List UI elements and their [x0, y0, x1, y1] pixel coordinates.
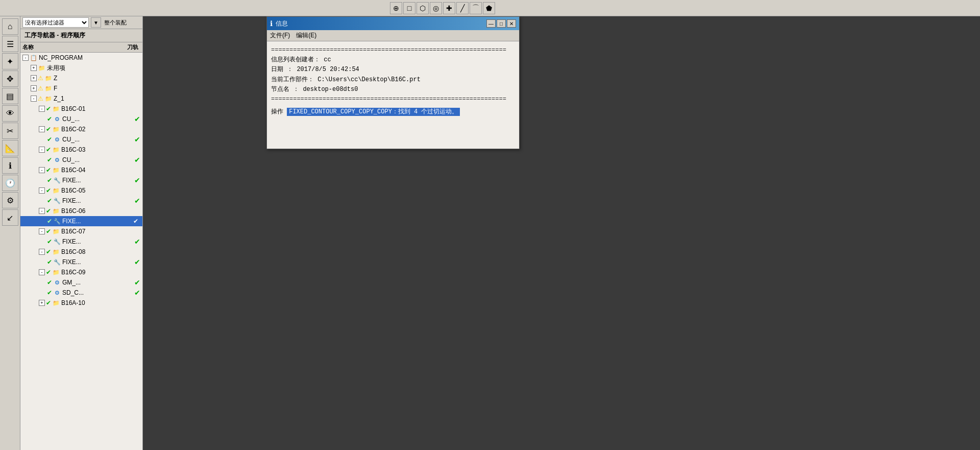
b06-expand[interactable]: -: [39, 208, 45, 214]
z1-label: Z_1: [54, 95, 140, 102]
folder-icon-b05: 📁: [52, 186, 60, 195]
folder-icon-z: 📁: [44, 74, 53, 82]
b09-expand[interactable]: -: [39, 269, 45, 275]
sidebar-icon-layer[interactable]: ▤: [2, 88, 18, 104]
dialog-minimize-btn[interactable]: —: [486, 19, 496, 28]
tree-item-fixe8[interactable]: ✔ 🔧 FIXE... ✔: [20, 257, 142, 267]
toolbar-icon-1[interactable]: ⊕: [390, 2, 402, 14]
cu1-label: CU_...: [62, 115, 133, 123]
tree-item-fixe4[interactable]: ✔ 🔧 FIXE... ✔: [20, 175, 142, 185]
b09-label: B16C-09: [61, 269, 140, 276]
tree-item-b16c08[interactable]: - ✔ 📁 B16C-08: [20, 247, 142, 257]
filter-scope-label: 整个装配: [104, 19, 127, 27]
check-b05: ✔: [46, 187, 51, 194]
toolbar-icon-diamond[interactable]: ⬟: [483, 2, 495, 14]
sidebar-icon-home[interactable]: ⌂: [2, 18, 18, 35]
fixe4-label: FIXE...: [62, 177, 133, 184]
tree-item-fixe5[interactable]: ✔ 🔧 FIXE... ✔: [20, 196, 142, 206]
root-label: NC_PROGRAM: [39, 54, 140, 61]
tree-item-b16c05[interactable]: - ✔ 📁 B16C-05: [20, 185, 142, 196]
sidebar-icon-move[interactable]: ✥: [2, 70, 18, 87]
filter-select[interactable]: 没有选择过滤器: [22, 17, 89, 28]
toolbar-icon-hex[interactable]: ⬡: [416, 2, 429, 14]
op-icon-gm: ⚙: [53, 278, 61, 287]
tree-item-cu1[interactable]: ✔ ⚙ CU_... ✔: [20, 114, 142, 124]
b03-expand[interactable]: -: [39, 147, 45, 153]
folder-icon-unused: 📁: [38, 64, 46, 72]
op-icon-cu1: ⚙: [53, 115, 61, 123]
tree-item-f[interactable]: + ⚠ 📁 F: [20, 83, 142, 93]
sidebar-icon-view[interactable]: 👁: [2, 105, 18, 122]
tree-item-z1[interactable]: - ⚠ 📁 Z_1: [20, 93, 142, 104]
b08-label: B16C-08: [61, 248, 140, 255]
toolbar-icon-plus[interactable]: ✚: [443, 2, 455, 14]
tree-container[interactable]: - 📋 NC_PROGRAM + 📁 未用项 + ⚠ 📁 Z + ⚠: [20, 53, 142, 450]
check-fixe5: ✔: [47, 197, 52, 204]
toolbar-icon-arc[interactable]: ⌒: [470, 2, 482, 14]
sidebar-icon-measure[interactable]: 📐: [2, 140, 18, 156]
root-expand[interactable]: -: [22, 55, 29, 61]
sidebar-icon-tool[interactable]: ✦: [2, 53, 18, 69]
tree-item-cu3[interactable]: ✔ ⚙ CU_... ✔: [20, 155, 142, 165]
content-area: ℹ 信息 — □ ✕ 文件(F) 编辑(E) =================…: [143, 16, 980, 450]
z-expand[interactable]: +: [31, 75, 37, 81]
op-icon-fixe5: 🔧: [53, 197, 61, 205]
tree-item-b16c06[interactable]: - ✔ 📁 B16C-06: [20, 206, 142, 216]
dialog-close-btn[interactable]: ✕: [507, 19, 516, 28]
dialog-maximize-btn[interactable]: □: [497, 19, 506, 28]
tree-item-b16c03[interactable]: - ✔ 📁 B16C-03: [20, 145, 142, 155]
tree-item-unused[interactable]: + 📁 未用项: [20, 63, 142, 73]
tree-item-z[interactable]: + ⚠ 📁 Z: [20, 73, 142, 83]
b08-expand[interactable]: -: [39, 249, 45, 255]
filter-dropdown-btn[interactable]: ▼: [91, 17, 101, 28]
dialog-menu-file[interactable]: 文件(F): [270, 31, 290, 40]
f-expand[interactable]: +: [31, 85, 37, 91]
check-fixe8: ✔: [47, 258, 52, 266]
tree-item-b16c04[interactable]: - ✔ 📁 B16C-04: [20, 165, 142, 175]
sidebar-icon-arrow[interactable]: ↙: [2, 209, 18, 226]
folder-icon-b01: 📁: [52, 105, 60, 113]
b01-expand[interactable]: -: [39, 106, 45, 112]
tree-item-sdc[interactable]: ✔ ⚙ SD_C... ✔: [20, 288, 142, 298]
check-gm: ✔: [47, 279, 52, 286]
b04-expand[interactable]: -: [39, 167, 45, 173]
b02-expand[interactable]: -: [39, 126, 45, 132]
check-sdc: ✔: [47, 289, 52, 296]
folder-icon-f: 📁: [44, 84, 53, 92]
tree-root[interactable]: - 📋 NC_PROGRAM: [20, 53, 142, 63]
toolbar-icon-line[interactable]: ╱: [456, 2, 469, 14]
sdc-label: SD_C...: [62, 289, 133, 296]
dialog-node: 节点名 ： desktop-e08dts0: [271, 85, 515, 94]
folder-icon-b07: 📁: [52, 227, 60, 235]
b07-expand[interactable]: -: [39, 228, 45, 234]
tree-item-b16a10[interactable]: + ✔ 📁 B16A-10: [20, 298, 142, 308]
b10-expand[interactable]: +: [39, 300, 45, 306]
op-icon-fixe7: 🔧: [53, 238, 61, 246]
sidebar-icon-settings[interactable]: ⚙: [2, 192, 18, 208]
tree-item-b16c01[interactable]: - ✔ 📁 B16C-01: [20, 104, 142, 114]
tree-item-b16c02[interactable]: - ✔ 📁 B16C-02: [20, 124, 142, 134]
sidebar-icon-nav[interactable]: ☰: [2, 36, 18, 52]
sidebar-icon-info[interactable]: ℹ: [2, 157, 18, 174]
toolbar-icon-2[interactable]: □: [403, 2, 415, 14]
fixe6-label: FIXE...: [62, 218, 131, 225]
tree-item-gm[interactable]: ✔ ⚙ GM_... ✔: [20, 277, 142, 288]
program-icon: 📋: [30, 54, 38, 62]
toolbar-icon-circle[interactable]: ◎: [430, 2, 442, 14]
z1-expand[interactable]: -: [31, 96, 37, 102]
sidebar-icon-clock[interactable]: 🕐: [2, 175, 18, 191]
tree-item-fixe6-selected[interactable]: ✔ 🔧 FIXE... ✔: [20, 216, 142, 226]
check-b01: ✔: [46, 105, 51, 112]
dialog-menu-edit[interactable]: 编辑(E): [296, 31, 316, 40]
tree-item-cu2[interactable]: ✔ ⚙ CU_... ✔: [20, 134, 142, 145]
folder-icon-b03: 📁: [52, 146, 60, 154]
tree-item-b16c09[interactable]: - ✔ 📁 B16C-09: [20, 267, 142, 277]
tree-item-fixe7[interactable]: ✔ 🔧 FIXE... ✔: [20, 236, 142, 247]
tree-item-b16c07[interactable]: - ✔ 📁 B16C-07: [20, 226, 142, 236]
sidebar-icon-cut[interactable]: ✂: [2, 123, 18, 139]
warning-icon-f: ⚠: [38, 85, 43, 92]
unused-expand[interactable]: +: [31, 65, 37, 71]
op-icon-fixe6: 🔧: [53, 217, 61, 225]
check-fixe6: ✔: [47, 218, 52, 225]
b05-expand[interactable]: -: [39, 187, 45, 194]
